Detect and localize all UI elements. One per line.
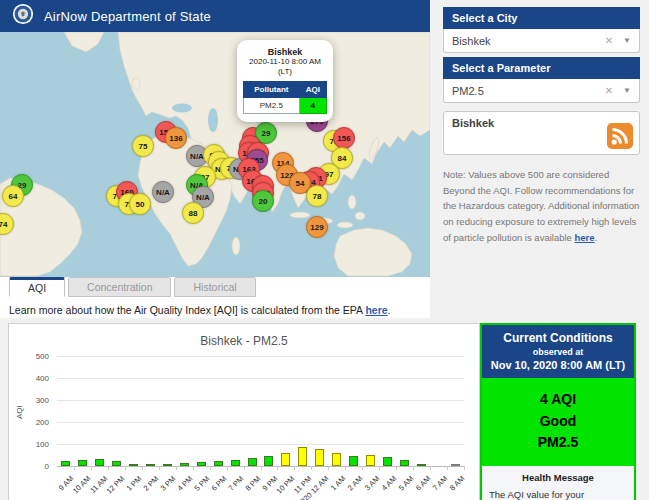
chart-gridline [57, 378, 464, 379]
chart-x-tick [328, 466, 329, 470]
note-here-link[interactable]: here [575, 232, 595, 243]
cc-datetime: Nov 10, 2020 8:00 AM (LT) [486, 359, 630, 371]
chart-bar[interactable] [231, 460, 240, 466]
popup-timezone: (LT) [243, 67, 327, 77]
aqi-note: Note: Values above 500 are considered Be… [443, 167, 643, 245]
chart-plot: 01002003004005009 AM10 AM11 AM12 PM1 PM2… [9, 324, 480, 500]
aqi-map-marker[interactable]: 78 [306, 185, 328, 207]
chart-bar[interactable] [298, 447, 307, 466]
popup-table: Pollutant AQI PM2.5 4 [243, 81, 327, 114]
popup-col-aqi: AQI [299, 82, 326, 98]
city-caret-icon[interactable]: ▼ [623, 36, 631, 45]
cc-aqi-category: Good [482, 411, 634, 433]
chart-bar[interactable] [451, 464, 460, 466]
cc-health-title: Health Message [489, 472, 627, 483]
select-city-panel: Select a City Bishkek ✕ ▼ [443, 7, 640, 53]
tab-aqi[interactable]: AQI [9, 277, 65, 297]
chart-bar[interactable] [400, 460, 409, 466]
chart-bar[interactable] [366, 455, 375, 466]
chart-bar[interactable] [417, 464, 426, 466]
chart-y-tick-label: 100 [9, 440, 49, 449]
epa-here-link[interactable]: here [365, 304, 387, 316]
parameter-caret-icon[interactable]: ▼ [623, 86, 631, 95]
note-period: . [595, 232, 598, 243]
chart-x-tick-label: 2 PM [142, 474, 161, 493]
chart-x-tick [210, 466, 211, 470]
aqi-map-marker[interactable]: 75 [132, 135, 154, 157]
chart-x-tick-label: 10 AM [71, 474, 92, 495]
world-map[interactable]: 29647477160715075155136N/A9299N/A77N/A97… [0, 32, 430, 277]
chart-x-tick [91, 466, 92, 470]
chart-x-tick-label: 1 PM [125, 474, 144, 493]
chart-x-tick [74, 466, 75, 470]
chart-x-tick-label: 3 PM [159, 474, 178, 493]
chart-x-tick [294, 466, 295, 470]
chart-bar[interactable] [315, 449, 324, 466]
aqi-map-marker[interactable]: 136 [165, 127, 187, 149]
tab-concentration[interactable]: Concentration [68, 277, 171, 297]
aqi-map-marker[interactable]: N/A [152, 181, 174, 203]
chart-bar[interactable] [112, 461, 121, 467]
chart-bar[interactable] [248, 458, 257, 466]
cc-aqi-value: 4 AQI [482, 389, 634, 411]
chart-bar[interactable] [61, 461, 70, 467]
chart-y-tick-label: 400 [9, 374, 49, 383]
rss-icon[interactable] [607, 123, 633, 149]
chart-x-tick-label: 10 PM [275, 474, 297, 496]
app-header: AirNow Department of State [0, 0, 430, 32]
chart-bar[interactable] [163, 464, 172, 466]
cc-parameter: PM2.5 [482, 432, 634, 454]
chart-bar[interactable] [383, 457, 392, 466]
learn-more-text: Learn more about how the Air Quality Ind… [9, 304, 391, 316]
chart-bar[interactable] [332, 453, 341, 466]
parameter-clear-icon[interactable]: ✕ [605, 85, 613, 96]
chart-gridline [57, 356, 464, 357]
chart-x-tick [362, 466, 363, 470]
chart-x-tick [447, 466, 448, 470]
chart-bar[interactable] [78, 460, 87, 466]
popup-aqi-value: 4 [299, 98, 326, 114]
select-city-header: Select a City [443, 7, 640, 29]
learn-more-after: . [388, 304, 391, 316]
chart-x-tick [345, 466, 346, 470]
chart-x-tick [142, 466, 143, 470]
chart-x-tick-label: 3 AM [363, 474, 381, 492]
aqi-map-marker[interactable]: 88 [182, 202, 204, 224]
chart-bar[interactable] [129, 464, 138, 466]
popup-city: Bishkek [243, 47, 327, 57]
parameter-select[interactable]: PM2.5 ✕ ▼ [443, 79, 640, 103]
chart-bar[interactable] [281, 453, 290, 466]
chart-y-tick-label: 0 [9, 462, 49, 471]
parameter-select-value: PM2.5 [452, 85, 605, 97]
cc-aqi-block: 4 AQI Good PM2.5 [482, 378, 634, 466]
aqi-map-marker[interactable]: 20 [252, 190, 274, 212]
city-select[interactable]: Bishkek ✕ ▼ [443, 29, 640, 53]
chart-x-tick-label: 12 PM [105, 474, 127, 496]
tab-strip: AQIConcentrationHistorical Learn more ab… [0, 277, 430, 318]
chart-x-tick-label: 5 PM [193, 474, 212, 493]
aqi-map-marker[interactable]: 50 [129, 193, 151, 215]
aqi-map-marker[interactable]: 129 [306, 216, 328, 238]
chart-bar[interactable] [214, 461, 223, 466]
aqi-map-marker[interactable]: 156 [333, 127, 355, 149]
chart-bar[interactable] [197, 462, 206, 466]
chart-bar[interactable] [146, 464, 155, 466]
chart-x-tick [176, 466, 177, 470]
cc-health-message: Health Message The AQI value for your co… [482, 466, 634, 500]
tab-historical[interactable]: Historical [174, 277, 255, 297]
chart-bar[interactable] [95, 459, 104, 466]
popup-pollutant-value: PM2.5 [244, 98, 300, 114]
aqi-map-marker[interactable]: 64 [2, 185, 24, 207]
map-popup: Bishkek 2020-11-10 8:00 AM (LT) Pollutan… [237, 40, 333, 122]
chart-x-tick [159, 466, 160, 470]
chart-bar[interactable] [180, 463, 189, 466]
state-department-seal-icon [12, 3, 34, 29]
chart-y-tick-label: 200 [9, 418, 49, 427]
city-clear-icon[interactable]: ✕ [605, 35, 613, 46]
chart-bar[interactable] [349, 456, 358, 466]
airnow-page: AirNow Department of State [0, 0, 649, 500]
chart-x-tick [244, 466, 245, 470]
chart-bar[interactable] [264, 456, 273, 466]
chart-x-tick [396, 466, 397, 470]
popup-col-pollutant: Pollutant [244, 82, 300, 98]
